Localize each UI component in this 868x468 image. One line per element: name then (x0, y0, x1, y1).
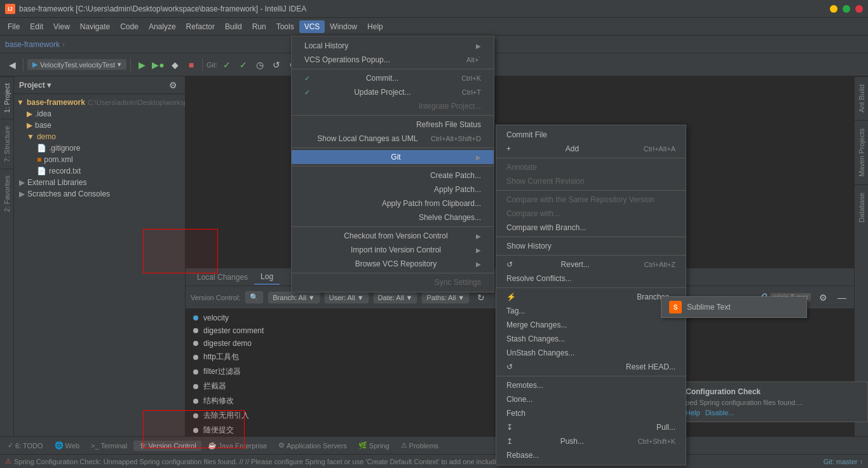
vcs-menu-ops-popup[interactable]: VCS Operations Popup... Alt+` (292, 53, 494, 67)
git-menu-merge[interactable]: Merge Changes... (496, 318, 686, 332)
maximize-button[interactable] (843, 5, 850, 13)
paths-filter[interactable]: Paths: All ▼ (422, 292, 469, 303)
right-tab-maven[interactable]: Maven Projects (855, 120, 868, 184)
git-menu-fetch[interactable]: Fetch (496, 406, 686, 420)
git-menu-tag[interactable]: Tag... (496, 304, 686, 318)
menu-run[interactable]: Run (247, 20, 271, 33)
minimize-button[interactable] (830, 5, 837, 13)
menu-edit[interactable]: Edit (25, 20, 48, 33)
vcs-menu-git[interactable]: Git ▶ (292, 150, 494, 164)
left-tab-project[interactable]: 1: Project (1, 76, 13, 119)
git-menu-remotes[interactable]: Remotes... (496, 378, 686, 392)
tab-local-changes[interactable]: Local Changes (191, 270, 254, 284)
vcs-menu-update[interactable]: ✓ Update Project... Ctrl+T (292, 85, 494, 99)
project-settings-button[interactable]: ⚙ (166, 78, 180, 92)
pom-icon: ■ (37, 155, 41, 164)
tab-web[interactable]: 🌐 Web (50, 440, 85, 451)
menu-analyze[interactable]: Analyze (144, 20, 181, 33)
git-menu-resolve[interactable]: Resolve Conflicts... (496, 272, 686, 286)
menu-help[interactable]: Help (362, 20, 388, 33)
tree-item-libraries[interactable]: ▶ External Libraries (14, 177, 185, 188)
vcs-menu-apply-clipboard[interactable]: Apply Patch from Clipboard... (292, 196, 494, 210)
tab-spring[interactable]: 🌿 Spring (353, 440, 395, 451)
git-check2-icon[interactable]: ✓ (236, 58, 250, 72)
vcs-menu-show-uml[interactable]: Show Local Changes as UML Ctrl+Alt+Shift… (292, 132, 494, 146)
vcs-menu-commit[interactable]: ✓ Commit... Ctrl+K (292, 71, 494, 85)
tree-root[interactable]: ▼ base-framework C:\Users\admin\Desktop\… (14, 97, 185, 108)
tree-item-gitignore[interactable]: 📄 .gitignore (14, 142, 185, 154)
vcs-menu-checkout[interactable]: Checkout from Version Control ▶ (292, 229, 494, 243)
tree-libraries-label: External Libraries (27, 178, 86, 187)
git-menu-commit-file[interactable]: Commit File (496, 128, 686, 142)
vc-collapse-button[interactable]: — (835, 291, 849, 305)
tab-log[interactable]: Log (254, 270, 280, 285)
config-check-disable[interactable]: Disable... (705, 409, 735, 416)
menu-refactor[interactable]: Refactor (181, 20, 220, 33)
tab-version-control[interactable]: 9: Version Control (133, 441, 201, 451)
git-menu-compare-with: Compare with... (496, 207, 686, 221)
git-menu-stash[interactable]: Stash Changes... (496, 332, 686, 346)
git-menu-unstash[interactable]: UnStash Changes... (496, 346, 686, 360)
tree-item-demo[interactable]: ▼ demo (14, 131, 185, 142)
close-button[interactable] (855, 5, 863, 13)
config-check-help[interactable]: Help (686, 409, 700, 416)
branch-filter[interactable]: Branch: All ▼ (268, 292, 319, 303)
sublime-label[interactable]: Sublime Text (687, 303, 730, 312)
git-branch-status[interactable]: Git: master ↑ (824, 458, 863, 465)
vcs-menu-local-history[interactable]: Local History ▶ (292, 39, 494, 53)
vc-settings-button[interactable]: ⚙ (816, 291, 830, 305)
right-tab-ant[interactable]: Ant Build (855, 76, 868, 120)
menu-file[interactable]: File (3, 20, 25, 33)
vcs-menu-refresh[interactable]: Refresh File Status (292, 118, 494, 132)
vcs-menu-browse[interactable]: Browse VCS Repository ▶ (292, 257, 494, 271)
vcs-menu-apply-patch[interactable]: Apply Patch... (292, 182, 494, 196)
tree-item-scratches[interactable]: ▶ Scratches and Consoles (14, 188, 185, 200)
search-field[interactable]: 🔍 (245, 291, 263, 303)
menu-build[interactable]: Build (220, 20, 247, 33)
user-filter[interactable]: User: All ▼ (325, 292, 369, 303)
tab-app-servers[interactable]: ⚙ Application Servers (273, 440, 352, 451)
menu-vcs[interactable]: VCS (299, 20, 325, 33)
coverage-button[interactable]: ◆ (168, 58, 182, 72)
git-history-button[interactable]: ◷ (253, 58, 267, 72)
tab-terminal[interactable]: >_ Terminal (86, 441, 132, 451)
git-check-icon[interactable]: ✓ (220, 58, 234, 72)
git-menu-branches[interactable]: ⚡ Branches... (496, 290, 686, 304)
tab-java-enterprise[interactable]: ☕ Java Enterprise (203, 440, 272, 451)
vcs-menu-shelve[interactable]: Shelve Changes... (292, 210, 494, 224)
tab-todo[interactable]: ✓ 6: TODO (3, 440, 48, 451)
breadcrumb-project[interactable]: base-framework (5, 40, 60, 49)
git-revert-button[interactable]: ↺ (269, 58, 283, 72)
tree-item-base[interactable]: ▶ base (14, 120, 185, 131)
git-menu-rebase[interactable]: Rebase... (496, 448, 686, 462)
stop-button[interactable]: ■ (184, 58, 198, 72)
menu-tools[interactable]: Tools (271, 20, 299, 33)
run-config-selector[interactable]: ▶ VelocityTest.velocityTest ▾ (27, 59, 126, 70)
tree-item-record[interactable]: 📄 record.txt (14, 165, 185, 177)
menu-window[interactable]: Window (325, 20, 362, 33)
tree-item-idea[interactable]: ▶ .idea (14, 108, 185, 120)
tree-item-pom[interactable]: ■ pom.xml (14, 154, 185, 165)
right-tab-database[interactable]: Database (855, 184, 868, 230)
git-menu-reset[interactable]: ↺ Reset HEAD... (496, 360, 686, 374)
menu-navigate[interactable]: Navigate (75, 20, 115, 33)
git-menu-pull[interactable]: ↧ Pull... (496, 420, 686, 434)
git-menu-compare-branch[interactable]: Compare with Branch... (496, 221, 686, 235)
date-filter[interactable]: Date: All ▼ (374, 292, 417, 303)
run-button[interactable]: ▶ (135, 58, 149, 72)
git-menu-clone[interactable]: Clone... (496, 392, 686, 406)
git-menu-revert[interactable]: ↺ Revert... Ctrl+Alt+Z (496, 258, 686, 272)
git-menu-show-history[interactable]: Show History (496, 239, 686, 253)
git-menu-push[interactable]: ↥ Push... Ctrl+Shift+K (496, 434, 686, 448)
git-menu-add[interactable]: + Add Ctrl+Alt+A (496, 142, 686, 156)
tab-problems[interactable]: ⚠ Problems (396, 440, 444, 451)
debug-button[interactable]: ▶● (151, 58, 165, 72)
left-tab-favorites[interactable]: 2: Favorites (1, 169, 13, 218)
back-button[interactable]: ◀ (5, 58, 19, 72)
menu-code[interactable]: Code (115, 20, 144, 33)
gitignore-icon: 📄 (37, 144, 46, 153)
menu-view[interactable]: View (48, 20, 75, 33)
vcs-menu-import[interactable]: Import into Version Control ▶ (292, 243, 494, 257)
vcs-menu-create-patch[interactable]: Create Patch... (292, 169, 494, 182)
left-tab-structure[interactable]: 7: Structure (1, 119, 13, 169)
